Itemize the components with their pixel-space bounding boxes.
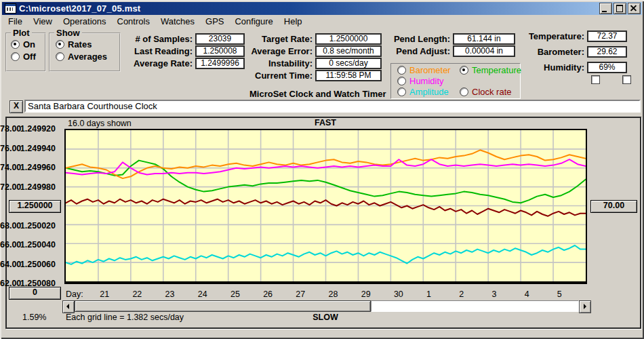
pend-adjust-label: Pend Adjust: <box>380 46 450 56</box>
tick-right-6: 66.00 <box>0 240 47 250</box>
pend-adjust-value: 0.00004 in <box>453 45 515 57</box>
show-group-label: Show <box>54 28 82 38</box>
menu-view[interactable]: View <box>28 16 58 27</box>
tick-right-2: 74.00 <box>0 163 47 172</box>
target-rate-value: 1.2500000 <box>315 33 382 45</box>
rate-center-button[interactable]: 1.250000 <box>9 200 61 213</box>
tick-day-5: 5 <box>557 290 562 299</box>
menu-bar: File View Operations Controls Watches GP… <box>3 16 641 27</box>
pend-length-value: 61.144 in <box>453 33 515 45</box>
window-title: C:\microset\2017_07_05.mst <box>19 3 140 14</box>
menu-file[interactable]: File <box>3 16 28 27</box>
slow-label: SLOW <box>298 313 353 322</box>
target-rate-label: Target Rate: <box>241 34 313 44</box>
minimize-button[interactable] <box>599 3 612 14</box>
samples-label: # of Samples: <box>124 34 193 44</box>
instability-label: Instability: <box>241 58 313 68</box>
hide-plot-button[interactable]: X <box>9 100 23 113</box>
tick-day-23: 23 <box>165 290 175 299</box>
application-window: C:\microset\2017_07_05.mst File View Ope… <box>0 0 644 339</box>
barometer-value: 29.62 <box>587 46 627 58</box>
radio-plot-off[interactable]: Off <box>11 52 36 61</box>
tick-day-27: 27 <box>296 290 305 299</box>
average-error-value: 0.8 sec/month <box>315 45 382 57</box>
close-icon <box>628 3 640 14</box>
tick-day-29: 29 <box>361 290 371 299</box>
scale-percent-label: 1.59% <box>22 313 46 322</box>
radio-temperature[interactable]: Temperature <box>460 66 521 75</box>
tick-right-0: 78.00 <box>0 124 47 134</box>
app-icon <box>5 3 16 14</box>
tick-day-21: 21 <box>100 290 109 299</box>
time-scrollbar[interactable] <box>62 300 591 312</box>
maximize-icon <box>616 5 623 12</box>
tick-right-7: 64.00 <box>0 260 47 269</box>
tick-day-24: 24 <box>198 290 207 299</box>
humidity-value: 69% <box>587 62 627 73</box>
menu-controls[interactable]: Controls <box>112 16 155 27</box>
close-button[interactable] <box>628 3 641 14</box>
maximize-button[interactable] <box>613 3 626 14</box>
radio-show-averages[interactable]: Averages <box>56 52 107 61</box>
scroll-right-button[interactable] <box>579 300 591 313</box>
tick-right-5: 68.00 <box>0 221 47 231</box>
tick-day-4: 4 <box>525 290 529 299</box>
tick-right-3: 72.00 <box>0 182 47 192</box>
current-time-value: 11:59:58 PM <box>315 70 382 81</box>
app-brand-text: MicroSet Clock and Watch Timer <box>249 89 386 99</box>
checkbox-1[interactable] <box>591 75 600 84</box>
chart-canvas <box>66 130 586 281</box>
temperature-label: Temperature: <box>514 31 584 41</box>
temp-center-button[interactable]: 70.00 <box>590 200 637 213</box>
average-rate-label: Average Rate: <box>124 58 193 68</box>
barometer-label: Barometer: <box>514 47 584 57</box>
scrollbar-thumb[interactable] <box>75 300 371 312</box>
tick-day-22: 22 <box>132 290 142 299</box>
tick-day-28: 28 <box>329 290 338 299</box>
tick-day-2: 2 <box>459 290 464 299</box>
radio-show-rates[interactable]: Rates <box>56 40 92 49</box>
radio-clock-rate[interactable]: Clock rate <box>460 87 512 96</box>
tick-day-30: 30 <box>394 290 403 299</box>
gridline-note: Each grid line = 1.382 secs/day <box>66 313 184 322</box>
days-shown-label: 16.0 days shown <box>68 119 132 128</box>
menu-help[interactable]: Help <box>279 16 308 27</box>
scrollbar-track[interactable] <box>371 300 579 312</box>
day-axis-prefix: Day: <box>66 290 83 299</box>
zero-button[interactable]: 0 <box>9 287 61 300</box>
plot-area <box>64 129 587 284</box>
last-reading-label: Last Reading: <box>124 46 193 56</box>
menu-configure[interactable]: Configure <box>229 16 278 27</box>
radio-humidity[interactable]: Humidity <box>397 77 444 85</box>
pend-length-label: Pend Length: <box>380 34 450 44</box>
tick-day-26: 26 <box>263 290 273 299</box>
average-rate-value: 1.2499996 <box>195 58 245 69</box>
average-error-label: Average Error: <box>241 46 313 56</box>
instability-value: 0 secs/day <box>315 58 382 69</box>
scroll-left-icon <box>66 304 69 309</box>
tick-right-1: 76.00 <box>0 144 47 153</box>
radio-amplitude[interactable]: Amplitude <box>397 87 449 96</box>
fast-label: FAST <box>298 118 353 127</box>
last-reading-value: 1.250008 <box>195 45 245 57</box>
menu-gps[interactable]: GPS <box>200 16 229 27</box>
samples-value: 23039 <box>195 33 245 45</box>
temperature-value: 72.37 <box>587 31 627 42</box>
tick-day-3: 3 <box>491 290 496 299</box>
menu-watches[interactable]: Watches <box>155 16 200 27</box>
scroll-right-icon <box>584 304 586 309</box>
title-bar: C:\microset\2017_07_05.mst <box>2 2 642 15</box>
scroll-left-button[interactable] <box>62 300 75 313</box>
checkbox-2[interactable] <box>622 75 631 84</box>
tick-day-1: 1 <box>426 290 431 299</box>
minimize-icon <box>602 11 607 12</box>
radio-plot-on[interactable]: On <box>11 40 35 49</box>
menu-operations[interactable]: Operations <box>58 16 112 27</box>
humidity-label: Humidity: <box>514 62 584 73</box>
current-time-label: Current Time: <box>241 71 313 81</box>
clock-name-input[interactable]: Santa Barbara Courthouse Clock <box>24 100 641 113</box>
plot-group-label: Plot <box>11 28 32 38</box>
radio-barometer[interactable]: Barometer <box>397 66 451 75</box>
tick-day-25: 25 <box>230 290 240 299</box>
